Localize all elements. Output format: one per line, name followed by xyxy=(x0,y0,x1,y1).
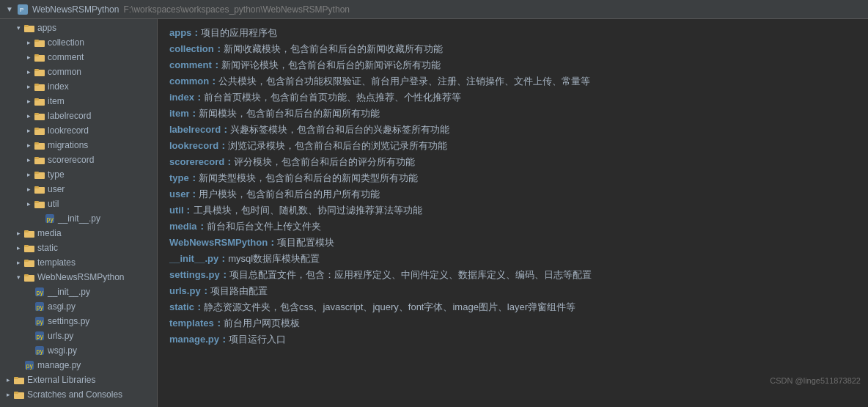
desc-line-12: media：前台和后台文件上传文件夹 xyxy=(169,219,856,235)
svg-rect-17 xyxy=(34,128,39,130)
tree-item-wsgi[interactable]: py wsgi.py xyxy=(0,343,157,358)
tree-item-init_apps[interactable]: py __init__.py xyxy=(0,211,157,226)
svg-text:py: py xyxy=(37,319,44,326)
svg-text:py: py xyxy=(26,363,34,370)
svg-rect-3 xyxy=(24,25,29,27)
desc-key-13: WebNewsRSMPython： xyxy=(169,237,277,248)
file-tree[interactable]: appscollectioncommentcommonindexitemlabe… xyxy=(0,19,158,407)
tree-item-ScratchesConsoles[interactable]: Scratches and Consoles xyxy=(0,387,157,402)
tree-item-user[interactable]: user xyxy=(0,182,157,197)
tree-item-WebNewsRSMPython[interactable]: WebNewsRSMPython xyxy=(0,270,157,285)
folder-icon xyxy=(34,81,45,92)
svg-rect-23 xyxy=(34,172,39,174)
desc-value-11: 工具模块，包时间、随机数、协同过滤推荐算法等功能 xyxy=(194,205,422,216)
tree-label-apps: apps xyxy=(37,23,56,33)
tree-label-user: user xyxy=(48,184,65,194)
desc-line-16: urls.py：项目路由配置 xyxy=(169,283,856,299)
tree-arrow-lookrecord xyxy=(23,127,34,134)
tree-item-urls[interactable]: py urls.py xyxy=(0,329,157,343)
tree-label-lookrecord: lookrecord xyxy=(48,125,89,136)
tree-label-type: type xyxy=(48,169,65,180)
svg-rect-35 xyxy=(24,260,29,262)
tree-arrow-migrations xyxy=(23,142,34,149)
tree-label-ScratchesConsoles: Scratches and Consoles xyxy=(27,389,122,400)
python-file-icon: py xyxy=(34,345,45,356)
desc-key-17: static： xyxy=(169,301,204,312)
desc-key-0: apps： xyxy=(169,27,201,38)
tree-arrow-labelrecord xyxy=(23,112,34,120)
tree-item-index[interactable]: index xyxy=(0,79,157,94)
folder-icon xyxy=(34,154,45,166)
folder-icon xyxy=(34,169,45,180)
tree-item-static[interactable]: static xyxy=(0,241,157,255)
tree-label-collection: collection xyxy=(48,37,84,48)
svg-rect-15 xyxy=(34,113,39,115)
tree-item-settings[interactable]: py settings.py xyxy=(0,314,157,329)
desc-line-3: common：公共模块，包含前台功能权限验证、前台用户登录、注册、注销操作、文件… xyxy=(169,73,856,89)
svg-text:py: py xyxy=(37,304,44,311)
folder-icon xyxy=(34,37,45,48)
project-title: WebNewsRSMPython xyxy=(32,4,119,15)
tree-label-init_web: __init__.py xyxy=(48,287,90,297)
title-bar: ▼ P WebNewsRSMPython F:\workspaces\works… xyxy=(0,0,868,19)
tree-arrow-user xyxy=(23,186,34,193)
desc-value-16: 项目路由配置 xyxy=(210,285,268,296)
tree-arrow-common xyxy=(23,68,34,76)
desc-key-14: __init__.py： xyxy=(169,253,228,264)
desc-line-6: labelrecord：兴趣标签模块，包含前台和后台的兴趣标签所有功能 xyxy=(169,122,856,138)
tree-label-settings: settings.py xyxy=(48,316,89,326)
desc-value-1: 新闻收藏模块，包含前台和后台的新闻收藏所有功能 xyxy=(224,43,443,54)
tree-item-init_web[interactable]: py __init__.py xyxy=(0,285,157,299)
folder-icon xyxy=(34,66,45,78)
desc-line-13: WebNewsRSMPython：项目配置模块 xyxy=(169,235,856,251)
tree-item-labelrecord[interactable]: labelrecord xyxy=(0,109,157,123)
tree-item-templates[interactable]: templates xyxy=(0,255,157,270)
desc-key-7: lookrecord： xyxy=(169,140,228,151)
desc-value-9: 新闻类型模块，包含前台和后台的新闻类型所有功能 xyxy=(199,172,418,183)
desc-value-4: 前台首页模块，包含前台首页功能、热点推荐、个性化推荐等 xyxy=(204,92,461,103)
tree-item-common[interactable]: common xyxy=(0,65,157,79)
tree-item-asgi[interactable]: py asgi.py xyxy=(0,299,157,314)
tree-item-lookrecord[interactable]: lookrecord xyxy=(0,123,157,138)
svg-rect-5 xyxy=(34,40,39,42)
folder-icon xyxy=(34,198,45,210)
svg-text:py: py xyxy=(47,216,54,223)
folder-icon xyxy=(23,271,35,283)
tree-label-index: index xyxy=(48,81,69,92)
tree-item-manage[interactable]: py manage.py xyxy=(0,358,157,373)
desc-line-15: settings.py：项目总配置文件，包含：应用程序定义、中间件定义、数据库定… xyxy=(169,267,856,283)
tree-item-item[interactable]: item xyxy=(0,94,157,109)
desc-key-16: urls.py： xyxy=(169,285,210,296)
desc-line-5: item：新闻模块，包含前台和后台的新闻所有功能 xyxy=(169,106,856,122)
tree-item-collection[interactable]: collection xyxy=(0,35,157,50)
desc-key-12: media： xyxy=(169,221,207,232)
tree-label-labelrecord: labelrecord xyxy=(48,111,91,121)
tree-item-util[interactable]: util xyxy=(0,197,157,211)
project-path: F:\workspaces\workspaces_python\WebNewsR… xyxy=(123,4,350,15)
tree-item-apps[interactable]: apps xyxy=(0,21,157,35)
desc-value-19: 项目运行入口 xyxy=(229,334,286,345)
tree-item-type[interactable]: type xyxy=(0,167,157,182)
desc-key-10: user： xyxy=(169,188,199,199)
tree-arrow-apps xyxy=(13,24,23,32)
tree-arrow-collection xyxy=(23,39,34,46)
tree-label-asgi: asgi.py xyxy=(48,301,76,312)
tree-item-ExternalLibraries[interactable]: External Libraries xyxy=(0,373,157,387)
tree-item-scorerecord[interactable]: scorerecord xyxy=(0,153,157,167)
tree-label-templates: templates xyxy=(37,257,76,268)
python-file-icon: py xyxy=(34,301,45,312)
desc-key-3: common： xyxy=(169,76,218,87)
tree-item-media[interactable]: media xyxy=(0,226,157,241)
tree-item-migrations[interactable]: migrations xyxy=(0,138,157,153)
svg-text:P: P xyxy=(20,7,23,13)
desc-key-8: scorerecord： xyxy=(169,156,234,167)
title-bar-arrow: ▼ xyxy=(6,5,13,13)
tree-label-wsgi: wsgi.py xyxy=(48,345,77,356)
desc-key-9: type： xyxy=(169,172,199,183)
tree-arrow-ExternalLibraries xyxy=(3,376,13,384)
svg-rect-11 xyxy=(34,84,39,86)
tree-item-comment[interactable]: comment xyxy=(0,50,157,65)
description-panel: apps：项目的应用程序包collection：新闻收藏模块，包含前台和后台的新… xyxy=(158,19,868,407)
svg-text:py: py xyxy=(37,348,44,355)
tree-arrow-type xyxy=(23,171,34,178)
